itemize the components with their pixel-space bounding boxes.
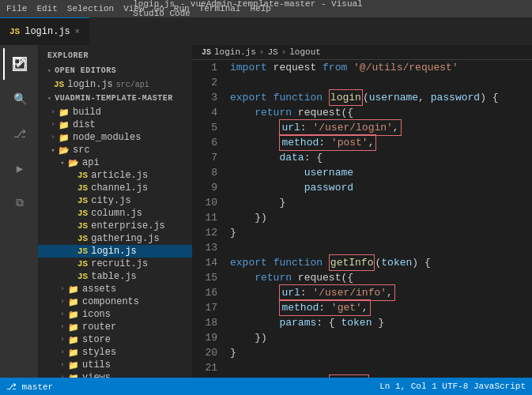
menu-file[interactable]: File <box>6 4 27 13</box>
tree-router[interactable]: › 📁 router <box>38 321 192 333</box>
open-editor-filename: login.js <box>67 79 113 90</box>
debug-activity-icon[interactable]: ▶ <box>3 152 35 184</box>
project-section[interactable]: ▾ VUADMIN-TEMPLATE-MASTER <box>38 91 192 106</box>
code-line-19: }) <box>230 330 532 345</box>
explorer-activity-icon[interactable] <box>3 48 35 80</box>
tree-city-js[interactable]: › JS city.js <box>38 194 192 207</box>
tree-components[interactable]: › 📁 components <box>38 295 192 308</box>
sidebar: EXPLORER ▾ OPEN EDITORS JS login.js src/… <box>38 45 192 378</box>
node-modules-chevron: › <box>47 134 58 141</box>
git-activity-icon[interactable]: ⎇ <box>3 118 35 149</box>
breadcrumb-js-icon: JS <box>202 48 211 57</box>
tree-enterprise-js[interactable]: › JS enterprise.js <box>38 220 192 232</box>
search-activity-icon[interactable]: 🔍 <box>3 83 35 115</box>
editor-area: JS login.js › JS › logout 12345 678910 1… <box>192 45 532 378</box>
folder-icon: 📁 <box>58 120 70 130</box>
code-line-16: url: '/user/info', <box>230 285 532 300</box>
code-line-9: password <box>230 180 532 195</box>
folder-icon: 📁 <box>68 284 79 295</box>
code-line-10: } <box>230 195 532 210</box>
open-editor-login-js[interactable]: JS login.js src/api <box>38 78 192 91</box>
open-editors-label: OPEN EDITORS <box>55 66 116 75</box>
tab-label: login.js <box>25 26 70 37</box>
code-line-6: method: 'post', <box>230 135 532 150</box>
editor-content[interactable]: 12345 678910 1112131415 1617181920 21222… <box>192 60 532 378</box>
code-editor[interactable]: import request from '@/utils/request' ex… <box>224 60 532 378</box>
git-branch: ⎇ master <box>6 382 53 392</box>
folder-icon: 📁 <box>58 133 70 143</box>
window-title: login.js - vueAdmin-template-master - Vi… <box>133 0 399 18</box>
open-editors-section[interactable]: ▾ OPEN EDITORS <box>38 63 192 78</box>
js-file-icon: JS <box>77 183 88 193</box>
code-line-4: return request({ <box>230 105 532 120</box>
tab-close-button[interactable]: × <box>75 28 80 36</box>
code-line-3: export function login(username, password… <box>230 90 532 105</box>
folder-icon: 📁 <box>68 360 79 371</box>
tree-table-js[interactable]: › JS table.js <box>38 270 192 283</box>
folder-icon: 📁 <box>68 297 79 307</box>
tree-column-js[interactable]: › JS column.js <box>38 207 192 220</box>
code-line-12: } <box>230 225 532 240</box>
tree-node-modules[interactable]: › 📁 node_modules <box>38 131 192 144</box>
folder-icon: 📁 <box>68 310 79 320</box>
main-layout: 🔍 ⎇ ▶ ⧉ EXPLORER ▾ OPEN EDITORS JS login… <box>0 45 532 378</box>
status-bar: ⎇ master Ln 1, Col 1 UTF-8 JavaScript <box>0 378 532 395</box>
dist-chevron: › <box>47 121 58 129</box>
tab-login-js[interactable]: JS login.js × <box>0 17 89 45</box>
code-line-2 <box>230 75 532 90</box>
tree-assets[interactable]: › 📁 assets <box>38 283 192 295</box>
build-chevron: › <box>47 108 58 116</box>
menu-selection[interactable]: Selection <box>67 4 114 13</box>
folder-icon: 📁 <box>58 107 70 118</box>
title-bar: File Edit Selection View Go Run Terminal… <box>0 0 532 17</box>
tree-recruit-js[interactable]: › JS recruit.js <box>38 258 192 270</box>
api-folder-icon: 📂 <box>68 158 79 168</box>
js-file-icon: JS <box>77 221 88 231</box>
code-line-17: method: 'get', <box>230 300 532 315</box>
tabs-bar: JS login.js × <box>0 17 532 45</box>
code-line-20: } <box>230 345 532 360</box>
tree-login-js[interactable]: › JS login.js <box>38 245 192 258</box>
js-icon: JS <box>54 80 64 89</box>
code-line-18: params: { token } <box>230 315 532 330</box>
tree-article-js[interactable]: › JS article.js <box>38 169 192 182</box>
js-file-icon: JS <box>77 196 88 205</box>
tree-src[interactable]: ▾ 📂 src <box>38 144 192 156</box>
tree-styles[interactable]: › 📁 styles <box>38 346 192 359</box>
tree-icons[interactable]: › 📁 icons <box>38 308 192 321</box>
code-line-21 <box>230 360 532 375</box>
line-numbers: 12345 678910 1112131415 1617181920 21222… <box>192 60 224 378</box>
js-file-icon: JS <box>77 246 88 256</box>
extensions-activity-icon[interactable]: ⧉ <box>3 187 35 219</box>
folder-icon: 📁 <box>68 322 79 333</box>
js-file-icon: JS <box>77 259 88 269</box>
js-file-icon: JS <box>77 272 88 281</box>
js-file-icon: JS <box>77 171 88 180</box>
src-chevron: ▾ <box>47 146 58 155</box>
activity-bar: 🔍 ⎇ ▶ ⧉ <box>0 45 38 378</box>
tree-build[interactable]: › 📁 build <box>38 106 192 118</box>
js-file-icon: JS <box>9 27 20 36</box>
breadcrumb: JS login.js › JS › logout <box>192 45 532 60</box>
project-label: VUADMIN-TEMPLATE-MASTER <box>55 94 173 103</box>
code-line-8: username <box>230 165 532 180</box>
tree-api[interactable]: ▾ 📂 api <box>38 156 192 169</box>
code-line-13 <box>230 240 532 255</box>
folder-icon: 📁 <box>68 335 79 345</box>
tree-views[interactable]: › 📁 views <box>38 371 192 378</box>
api-chevron: ▾ <box>57 159 68 167</box>
code-line-11: }) <box>230 210 532 225</box>
code-line-5: url: '/user/login', <box>230 120 532 135</box>
tree-gathering-js[interactable]: › JS gathering.js <box>38 232 192 245</box>
tree-store[interactable]: › 📁 store <box>38 333 192 346</box>
js-file-icon: JS <box>77 209 88 218</box>
tree-channel-js[interactable]: › JS channel.js <box>38 182 192 194</box>
code-line-7: data: { <box>230 150 532 165</box>
project-chevron: ▾ <box>47 95 51 102</box>
open-editors-chevron: ▾ <box>47 67 51 74</box>
tree-utils[interactable]: › 📁 utils <box>38 359 192 371</box>
menu-edit[interactable]: Edit <box>36 4 57 13</box>
code-line-15: return request({ <box>230 270 532 285</box>
folder-icon: 📁 <box>68 348 79 358</box>
tree-dist[interactable]: › 📁 dist <box>38 118 192 131</box>
